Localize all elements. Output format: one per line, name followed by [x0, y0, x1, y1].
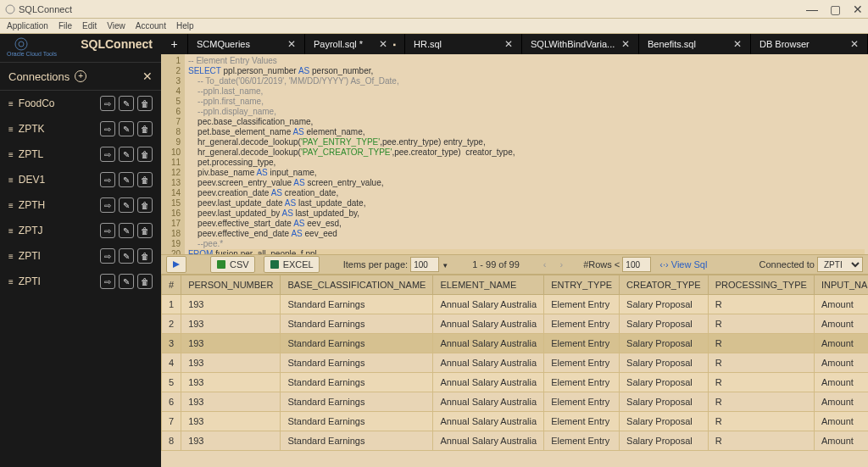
cell[interactable]: Amount: [814, 412, 868, 431]
cell[interactable]: Amount: [814, 431, 868, 451]
cell[interactable]: R: [708, 353, 814, 373]
cell[interactable]: R: [708, 392, 814, 412]
cell[interactable]: Annual Salary Australia: [433, 314, 544, 334]
cell[interactable]: Salary Proposal: [620, 392, 709, 412]
cell[interactable]: Standard Earnings: [281, 412, 433, 431]
link-icon[interactable]: ⇨: [100, 121, 115, 136]
maximize-button[interactable]: ▢: [830, 3, 841, 16]
close-tab-icon[interactable]: ✕: [379, 38, 387, 50]
tab-dbbrowser[interactable]: DB Browser ✕: [751, 34, 868, 54]
edit-icon[interactable]: ✎: [119, 248, 134, 264]
connection-item[interactable]: ZPTI ⇨ ✎ 🗑: [0, 243, 161, 269]
cell[interactable]: Amount: [814, 295, 868, 314]
results-grid[interactable]: #PERSON_NUMBERBASE_CLASSIFICATION_NAMEEL…: [161, 275, 868, 467]
connection-item[interactable]: ZPTJ ⇨ ✎ 🗑: [0, 218, 161, 243]
cell[interactable]: Salary Proposal: [620, 431, 709, 451]
close-tab-icon[interactable]: ✕: [621, 38, 630, 50]
col-header[interactable]: #: [162, 275, 181, 295]
cell[interactable]: Element Entry: [544, 295, 620, 314]
cell[interactable]: Annual Salary Australia: [433, 295, 544, 314]
close-sidebar-icon[interactable]: ✕: [142, 69, 153, 83]
cell[interactable]: 193: [181, 392, 281, 412]
link-icon[interactable]: ⇨: [100, 172, 115, 187]
cell[interactable]: Salary Proposal: [620, 373, 709, 392]
run-button[interactable]: [166, 256, 186, 273]
close-tab-icon[interactable]: ✕: [287, 38, 296, 50]
connection-item[interactable]: FoodCo ⇨ ✎ 🗑: [0, 91, 161, 116]
view-sql-button[interactable]: ‹·› View Sql: [659, 259, 707, 270]
link-icon[interactable]: ⇨: [100, 147, 115, 162]
close-tab-icon[interactable]: ✕: [850, 38, 859, 50]
cell[interactable]: R: [708, 295, 814, 314]
cell[interactable]: Element Entry: [544, 412, 620, 431]
export-csv-button[interactable]: CSV: [210, 256, 255, 273]
cell[interactable]: 193: [181, 373, 281, 392]
add-connection-button[interactable]: +: [75, 70, 86, 82]
table-row[interactable]: 5193Standard EarningsAnnual Salary Austr…: [162, 373, 869, 392]
cell[interactable]: 193: [181, 412, 281, 431]
connection-select[interactable]: ZPTI: [817, 257, 863, 272]
cell[interactable]: Element Entry: [544, 314, 620, 334]
cell[interactable]: R: [708, 373, 814, 392]
table-row[interactable]: 8193Standard EarningsAnnual Salary Austr…: [162, 431, 869, 451]
cell[interactable]: Salary Proposal: [620, 314, 709, 334]
link-icon[interactable]: ⇨: [100, 197, 115, 213]
connection-item[interactable]: ZPTL ⇨ ✎ 🗑: [0, 142, 161, 167]
menu-help[interactable]: Help: [176, 21, 194, 31]
cell[interactable]: Amount: [814, 373, 868, 392]
cell[interactable]: Standard Earnings: [281, 392, 433, 412]
edit-icon[interactable]: ✎: [119, 121, 134, 136]
connection-item[interactable]: ZPTH ⇨ ✎ 🗑: [0, 192, 161, 218]
cell[interactable]: Standard Earnings: [281, 353, 433, 373]
cell[interactable]: Salary Proposal: [620, 353, 709, 373]
edit-icon[interactable]: ✎: [119, 172, 134, 187]
cell[interactable]: Salary Proposal: [620, 412, 709, 431]
items-per-page-input[interactable]: [410, 257, 439, 272]
close-tab-icon[interactable]: ✕: [504, 38, 513, 50]
close-tab-icon[interactable]: ✕: [733, 38, 742, 50]
link-icon[interactable]: ⇨: [100, 96, 115, 111]
cell[interactable]: Standard Earnings: [281, 334, 433, 353]
cell[interactable]: Annual Salary Australia: [433, 353, 544, 373]
export-excel-button[interactable]: EXCEL: [264, 256, 320, 273]
menu-edit[interactable]: Edit: [82, 21, 97, 31]
col-header[interactable]: ELEMENT_NAME: [433, 275, 544, 295]
tab-payroll[interactable]: Payroll.sql * ✕ ▪: [305, 34, 405, 54]
edit-icon[interactable]: ✎: [119, 147, 134, 162]
table-row[interactable]: 7193Standard EarningsAnnual Salary Austr…: [162, 412, 869, 431]
cell[interactable]: R: [708, 412, 814, 431]
cell[interactable]: R: [708, 431, 814, 451]
delete-icon[interactable]: 🗑: [137, 121, 153, 136]
cell[interactable]: Annual Salary Australia: [433, 373, 544, 392]
code-area[interactable]: -- Element Entry ValuesSELECT ppl.person…: [185, 54, 868, 254]
cell[interactable]: R: [708, 314, 814, 334]
tab-benefits[interactable]: Benefits.sql ✕: [639, 34, 751, 54]
rows-limit-input[interactable]: [622, 257, 651, 272]
cell[interactable]: Annual Salary Australia: [433, 334, 544, 353]
tab-scmqueries[interactable]: SCMQueries ✕: [188, 34, 305, 54]
menu-application[interactable]: Application: [7, 21, 48, 31]
edit-icon[interactable]: ✎: [119, 197, 134, 213]
cell[interactable]: Standard Earnings: [281, 314, 433, 334]
cell[interactable]: Element Entry: [544, 431, 620, 451]
cell[interactable]: Annual Salary Australia: [433, 431, 544, 451]
edit-icon[interactable]: ✎: [119, 223, 134, 238]
tab-hr[interactable]: HR.sql ✕: [405, 34, 522, 54]
link-icon[interactable]: ⇨: [100, 223, 115, 238]
cell[interactable]: Element Entry: [544, 334, 620, 353]
delete-icon[interactable]: 🗑: [137, 197, 153, 213]
cell[interactable]: Annual Salary Australia: [433, 392, 544, 412]
cell[interactable]: Element Entry: [544, 373, 620, 392]
delete-icon[interactable]: 🗑: [137, 248, 153, 264]
link-icon[interactable]: ⇨: [100, 248, 115, 264]
save-icon[interactable]: ▪: [392, 40, 396, 49]
cell[interactable]: Salary Proposal: [620, 295, 709, 314]
cell[interactable]: Standard Earnings: [281, 431, 433, 451]
tab-bindvars[interactable]: SQLWithBindVaria... ✕: [522, 34, 639, 54]
cell[interactable]: Amount: [814, 392, 868, 412]
cell[interactable]: Element Entry: [544, 392, 620, 412]
menu-view[interactable]: View: [107, 21, 125, 31]
table-row[interactable]: 2193Standard EarningsAnnual Salary Austr…: [162, 314, 869, 334]
table-row[interactable]: 1193Standard EarningsAnnual Salary Austr…: [162, 295, 869, 314]
table-row[interactable]: 4193Standard EarningsAnnual Salary Austr…: [162, 353, 869, 373]
